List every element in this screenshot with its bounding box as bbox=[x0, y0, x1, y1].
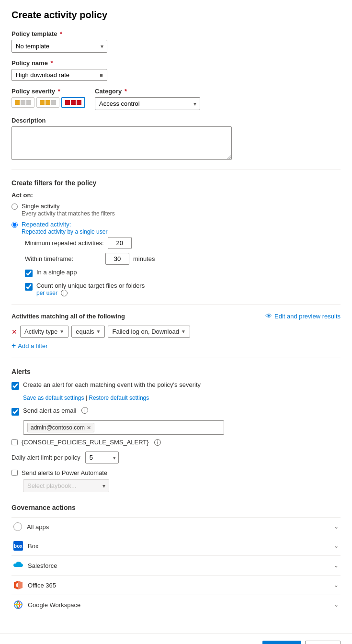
severity-low-squares bbox=[15, 100, 31, 105]
daily-limit-select[interactable]: 5 bbox=[85, 452, 119, 463]
box-chevron: ⌄ bbox=[334, 542, 339, 549]
power-automate-label: Send alerts to Power Automate bbox=[22, 469, 107, 476]
create-alert-row: Create an alert for each matching event … bbox=[11, 381, 341, 390]
send-email-label: Send alert as email bbox=[23, 407, 76, 414]
playbook-select[interactable]: Select playbook... bbox=[23, 479, 109, 492]
send-email-info-icon[interactable]: i bbox=[81, 407, 88, 414]
gov-item-all-apps-left: All apps bbox=[13, 522, 49, 531]
operator-chevron: ▼ bbox=[96, 329, 101, 334]
cancel-button[interactable]: Cancel bbox=[305, 641, 341, 644]
all-apps-icon bbox=[13, 522, 22, 531]
add-filter-label: Add a filter bbox=[18, 342, 47, 350]
playbook-select-wrapper[interactable]: Select playbook... bbox=[23, 479, 109, 492]
policy-name-label: Policy name * bbox=[11, 59, 341, 67]
sq2 bbox=[45, 100, 50, 105]
count-unique-label: Count only unique target files or folder… bbox=[36, 282, 145, 289]
svg-marker-1 bbox=[18, 581, 23, 589]
policy-template-select[interactable]: No template bbox=[11, 40, 107, 53]
min-repeated-input[interactable] bbox=[108, 237, 132, 249]
min-repeated-row: Minimum repeated activities: bbox=[25, 237, 341, 249]
activity-type-chevron: ▼ bbox=[59, 329, 64, 334]
gov-item-gw-left: Google Workspace bbox=[13, 600, 80, 610]
gov-item-box-left: box Box bbox=[13, 541, 38, 551]
box-icon: box bbox=[13, 541, 23, 551]
act-on-label: Act on: bbox=[11, 192, 341, 199]
gov-item-salesforce[interactable]: Salesforce ⌄ bbox=[11, 555, 341, 575]
description-textarea[interactable] bbox=[11, 126, 232, 160]
sq3 bbox=[77, 100, 81, 105]
power-automate-row: Send alerts to Power Automate bbox=[11, 469, 341, 476]
daily-limit-row: Daily alert limit per policy 5 bbox=[11, 452, 341, 463]
save-restore-links: Save as default settings | Restore defau… bbox=[23, 395, 341, 401]
footer-buttons: Create Cancel bbox=[262, 641, 341, 644]
filter-values-label: Failed log on, Download bbox=[112, 328, 179, 335]
office365-label: Office 365 bbox=[28, 582, 56, 589]
filter-remove-btn[interactable]: ✕ bbox=[11, 328, 17, 336]
gov-item-google-workspace[interactable]: Google Workspace ⌄ bbox=[11, 595, 341, 614]
severity-medium[interactable] bbox=[36, 97, 59, 108]
policy-name-clear-icon[interactable]: ■ bbox=[100, 72, 103, 78]
policy-name-input-wrapper[interactable]: ■ bbox=[11, 69, 107, 81]
min-repeated-label: Minimum repeated activities: bbox=[25, 239, 104, 247]
send-email-checkbox[interactable] bbox=[11, 408, 19, 416]
filter-values-dropdown[interactable]: Failed log on, Download ▼ bbox=[108, 326, 190, 338]
sms-alert-checkbox[interactable] bbox=[11, 439, 18, 445]
edit-preview-btn[interactable]: 👁 Edit and preview results bbox=[265, 312, 341, 320]
power-automate-checkbox[interactable] bbox=[11, 470, 18, 476]
filters-section-title: Create filters for the policy bbox=[11, 179, 341, 187]
email-tag-remove-btn[interactable]: ✕ bbox=[87, 425, 91, 431]
policy-name-group: Policy name * ■ bbox=[11, 59, 341, 81]
restore-default-link[interactable]: Restore default settings bbox=[89, 395, 149, 401]
repeated-activity-details: Minimum repeated activities: Within time… bbox=[25, 237, 341, 296]
category-select[interactable]: Access control bbox=[95, 97, 200, 110]
single-activity-label: Single activity bbox=[22, 203, 115, 210]
minutes-label: minutes bbox=[133, 255, 155, 262]
send-email-row: Send alert as email i bbox=[11, 407, 341, 416]
activity-type-dropdown[interactable]: Activity type ▼ bbox=[20, 326, 68, 338]
gov-item-office365[interactable]: Office 365 ⌄ bbox=[11, 575, 341, 595]
policy-name-input[interactable] bbox=[16, 71, 100, 79]
email-value: admin@contoso.com bbox=[31, 424, 85, 431]
daily-limit-select-wrapper[interactable]: 5 bbox=[85, 452, 119, 463]
page-title: Create activity policy bbox=[11, 10, 341, 21]
policy-template-select-wrapper[interactable]: No template bbox=[11, 40, 107, 53]
sq1 bbox=[65, 100, 70, 105]
single-activity-radio[interactable] bbox=[11, 203, 18, 210]
gov-item-box[interactable]: box Box ⌄ bbox=[11, 536, 341, 555]
category-label: Category * bbox=[95, 88, 341, 95]
policy-template-group: Policy template * No template bbox=[11, 30, 341, 53]
create-button[interactable]: Create bbox=[262, 641, 301, 644]
within-timeframe-input[interactable] bbox=[105, 253, 129, 265]
google-workspace-label: Google Workspace bbox=[28, 601, 80, 609]
single-activity-option: Single activity Every activity that matc… bbox=[11, 203, 341, 217]
severity-options bbox=[11, 97, 85, 108]
repeated-activity-label: Repeated activity: bbox=[22, 221, 107, 228]
create-alert-checkbox[interactable] bbox=[11, 382, 19, 390]
plus-icon: + bbox=[11, 341, 16, 350]
category-select-wrapper[interactable]: Access control bbox=[95, 97, 200, 110]
severity-low[interactable] bbox=[11, 97, 34, 108]
sq2 bbox=[21, 100, 25, 105]
email-input-wrapper[interactable]: admin@contoso.com ✕ bbox=[23, 420, 224, 435]
gov-item-all-apps[interactable]: All apps ⌄ bbox=[11, 517, 341, 536]
count-unique-info-icon[interactable]: i bbox=[61, 290, 68, 296]
add-filter-btn[interactable]: + Add a filter bbox=[11, 341, 341, 350]
eye-icon: 👁 bbox=[265, 312, 272, 320]
save-default-link[interactable]: Save as default settings bbox=[23, 395, 84, 401]
in-single-app-row: In a single app bbox=[25, 269, 341, 277]
severity-high-squares bbox=[65, 100, 81, 105]
severity-group: Policy severity * bbox=[11, 88, 85, 108]
count-unique-checkbox[interactable] bbox=[25, 283, 33, 291]
box-label: Box bbox=[28, 542, 38, 550]
sq1 bbox=[15, 100, 20, 105]
daily-limit-label: Daily alert limit per policy bbox=[11, 454, 80, 461]
severity-high[interactable] bbox=[61, 97, 85, 108]
in-single-app-checkbox[interactable] bbox=[25, 270, 33, 277]
salesforce-chevron: ⌄ bbox=[334, 562, 339, 569]
repeated-activity-radio[interactable] bbox=[11, 222, 18, 228]
all-apps-label: All apps bbox=[27, 523, 49, 531]
operator-dropdown[interactable]: equals ▼ bbox=[71, 326, 105, 338]
sms-info-icon[interactable]: i bbox=[154, 439, 161, 446]
count-unique-sublabel: per user bbox=[36, 290, 57, 296]
within-timeframe-label: Within timeframe: bbox=[25, 255, 102, 262]
